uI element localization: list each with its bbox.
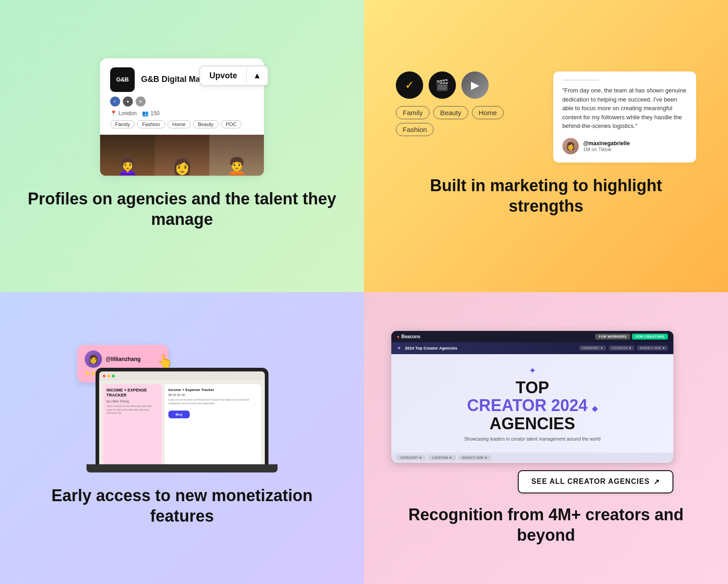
hero-title: TOP CREATOR 2024 ◆ AGENCIES bbox=[405, 379, 660, 433]
banner-filters: CATEGORY ▼ LOCATION ▼ AGENCY SIZE ▼ bbox=[579, 345, 668, 350]
testimonial-card: "From day one, the team at has shown gen… bbox=[553, 71, 696, 163]
banner-text: 2024 Top Creator Agencies bbox=[405, 346, 457, 350]
dot-red bbox=[103, 375, 106, 377]
filter-location[interactable]: LOCATION ▼ bbox=[609, 345, 634, 350]
marketing-container: ✓ 🎬 ▶ Family Beauty Home Fashion "From d… bbox=[396, 71, 696, 163]
cursor-icon: 👆 bbox=[157, 354, 173, 369]
laptop-screen-header bbox=[99, 371, 265, 381]
laptop-container: 👩 @lillianzhang ★★★★★ 👆 INCOME + EXPENSE… bbox=[86, 345, 278, 472]
follower-count: 👥 150 bbox=[142, 110, 159, 117]
diamond-icon: ◆ bbox=[592, 405, 597, 412]
buy-button[interactable]: Buy bbox=[168, 411, 190, 418]
author-sub: 1M on Tiktok bbox=[583, 147, 630, 152]
author-handle: @maxinegabrielle bbox=[583, 140, 630, 147]
tag-home: Home bbox=[167, 120, 191, 128]
niche-fashion: Fashion bbox=[396, 123, 434, 136]
q3-title: Early access to new monetization feature… bbox=[27, 485, 337, 526]
site-logo: ● Beacons bbox=[397, 334, 420, 339]
tag-fashion: Fashion bbox=[137, 120, 165, 128]
hero-title-top: TOP bbox=[405, 379, 660, 397]
social-icon-1: ● bbox=[123, 96, 133, 107]
dot-yellow bbox=[107, 375, 110, 377]
niche-beauty: Beauty bbox=[433, 106, 468, 119]
filter-size[interactable]: AGENCY SIZE ▼ bbox=[637, 345, 668, 350]
nav-badge-creators: FOR CREATORS bbox=[632, 334, 668, 340]
site-hero: ✦ TOP CREATOR 2024 ◆ AGENCIES Showcasing… bbox=[391, 354, 673, 452]
q2-quadrant: ✓ 🎬 ▶ Family Beauty Home Fashion "From d… bbox=[364, 0, 728, 292]
talent-photo-3: 🧑‍🦱 bbox=[209, 135, 264, 176]
social-icon-2: ● bbox=[136, 96, 146, 107]
product-title: INCOME + EXPENSE TRACKER bbox=[106, 388, 158, 398]
site-banner: ✦ 2024 Top Creator Agencies CATEGORY ▼ L… bbox=[391, 342, 673, 354]
site-footer-bar: CATEGORY ▼ LOCATION ▼ AGENCY SIZE ▼ bbox=[391, 452, 673, 463]
author-avatar: 👩 bbox=[562, 138, 579, 154]
nav-badges: FOR WORKERS FOR CREATORS bbox=[595, 334, 668, 340]
author-info: @maxinegabrielle 1M on Tiktok bbox=[583, 140, 630, 152]
product-right-title: Income + Expense Tracker bbox=[168, 388, 258, 392]
film-badge: 🎬 bbox=[429, 71, 456, 99]
see-all-button[interactable]: SEE ALL CREATOR AGENCIES ↗ bbox=[518, 470, 673, 493]
floating-user: 👩 @lillianzhang bbox=[85, 350, 161, 368]
creator-site: ● Beacons FOR WORKERS FOR CREATORS ✦ 202… bbox=[391, 331, 673, 463]
site-nav: ● Beacons FOR WORKERS FOR CREATORS bbox=[391, 331, 673, 342]
verified-badge: ✓ bbox=[396, 71, 423, 99]
upvote-label: Upvote bbox=[200, 66, 247, 85]
product-card-right: Income + Expense Tracker $8.00 $2.90 Eas… bbox=[165, 384, 261, 465]
agency-photos: 👩‍🦱 👩 🧑‍🦱 bbox=[100, 135, 264, 176]
niche-home: Home bbox=[472, 106, 504, 119]
testimonial-divider bbox=[562, 80, 599, 81]
user-avatar: 👩 bbox=[85, 350, 102, 368]
testimonial-quote: "From day one, the team at has shown gen… bbox=[562, 86, 687, 131]
niche-family: Family bbox=[396, 106, 430, 119]
agency-card: Upvote ▲ G&B G&B Digital Management ✓ ● … bbox=[100, 58, 264, 176]
username: @lillianzhang bbox=[106, 356, 141, 362]
nav-badge-workers: FOR WORKERS bbox=[595, 334, 630, 340]
badges-and-tags: ✓ 🎬 ▶ Family Beauty Home Fashion bbox=[396, 71, 542, 136]
hero-title-mid: CREATOR 2024 ◆ bbox=[405, 396, 660, 415]
agency-logo: G&B bbox=[110, 67, 135, 92]
laptop-base bbox=[86, 464, 278, 472]
arrow-icon: ↗ bbox=[653, 477, 660, 486]
recognition-container: ● Beacons FOR WORKERS FOR CREATORS ✦ 202… bbox=[391, 331, 673, 493]
sparkle-icon: ✦ bbox=[405, 365, 660, 376]
talent-photo-1: 👩‍🦱 bbox=[100, 135, 155, 176]
product-price: $8.00 $2.90 bbox=[168, 393, 258, 396]
hero-subtitle: Showcasing leaders in creator talent man… bbox=[405, 437, 660, 442]
q2-title: Built in marketing to highlight strength… bbox=[391, 175, 701, 216]
footer-chip-1[interactable]: CATEGORY ▼ bbox=[397, 455, 425, 460]
filter-category[interactable]: CATEGORY ▼ bbox=[579, 345, 606, 350]
q4-title: Recognition from 4M+ creators and beyond bbox=[391, 504, 701, 545]
hero-title-bot: AGENCIES bbox=[405, 415, 660, 433]
footer-chip-3[interactable]: AGENCY SIZE ▼ bbox=[459, 455, 491, 460]
badge-row: ✓ 🎬 ▶ bbox=[396, 71, 542, 99]
agency-tags: Family Fashion Home Beauty POC bbox=[110, 120, 254, 128]
play-badge: ▶ bbox=[461, 71, 489, 99]
q1-title: Profiles on agencies and the talent they… bbox=[27, 188, 337, 229]
dot-green bbox=[112, 375, 115, 377]
q4-quadrant: ● Beacons FOR WORKERS FOR CREATORS ✦ 202… bbox=[364, 292, 728, 584]
upvote-arrow-icon[interactable]: ▲ bbox=[247, 66, 268, 85]
product-by: by Lillian Zhang bbox=[106, 400, 158, 403]
tag-beauty: Beauty bbox=[193, 120, 218, 128]
laptop-screen-content: INCOME + EXPENSE TRACKER by Lillian Zhan… bbox=[99, 381, 265, 469]
upvote-button[interactable]: Upvote ▲ bbox=[199, 66, 268, 86]
footer-chip-2[interactable]: LOCATION ▼ bbox=[428, 455, 455, 460]
niche-tags: Family Beauty Home Fashion bbox=[396, 106, 542, 136]
verified-icon: ✓ bbox=[110, 96, 120, 107]
laptop-screen: INCOME + EXPENSE TRACKER by Lillian Zhan… bbox=[99, 371, 265, 469]
tag-poc: POC bbox=[221, 120, 242, 128]
q3-quadrant: 👩 @lillianzhang ★★★★★ 👆 INCOME + EXPENSE… bbox=[0, 292, 364, 584]
tag-family: Family bbox=[110, 120, 135, 128]
laptop-body: INCOME + EXPENSE TRACKER by Lillian Zhan… bbox=[96, 368, 268, 472]
agency-location: 📍 London 👥 150 bbox=[110, 110, 254, 117]
product-desc: Take control of your finances with this … bbox=[106, 405, 158, 415]
talent-photo-2: 👩 bbox=[155, 135, 209, 176]
location-pin-icon: 📍 London bbox=[110, 110, 136, 117]
testimonial-author: 👩 @maxinegabrielle 1M on Tiktok bbox=[562, 138, 687, 154]
product-right-desc: Easy-to-use Income and Expense Tracker t… bbox=[168, 398, 258, 406]
product-card-left: INCOME + EXPENSE TRACKER by Lillian Zhan… bbox=[103, 384, 162, 465]
q1-quadrant: Upvote ▲ G&B G&B Digital Management ✓ ● … bbox=[0, 0, 364, 292]
see-all-label: SEE ALL CREATOR AGENCIES bbox=[531, 477, 650, 486]
agency-icons: ✓ ● ● bbox=[110, 96, 254, 107]
